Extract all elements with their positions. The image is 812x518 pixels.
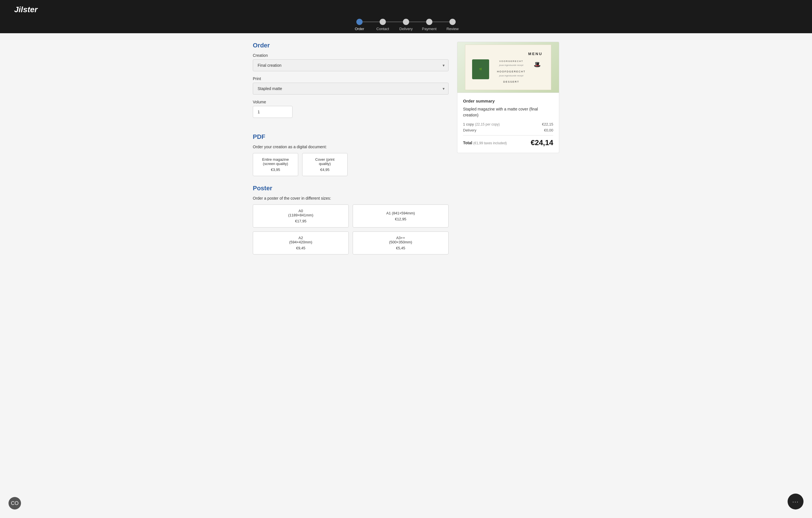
nav-label-delivery[interactable]: Delivery bbox=[395, 27, 417, 31]
poster-a3-button[interactable]: A3++(500×350mm) €5,45 bbox=[353, 231, 448, 254]
pdf-entire-price: €3,95 bbox=[258, 168, 293, 172]
pdf-buttons: Entire magazine(screen quality) €3,95 Co… bbox=[253, 153, 448, 176]
total-tax: (€1,99 taxes included) bbox=[473, 141, 507, 145]
nav-labels: Order Contact Delivery Payment Review bbox=[348, 27, 464, 31]
delivery-label: Delivery bbox=[463, 128, 476, 132]
nav-label-order[interactable]: Order bbox=[348, 27, 371, 31]
nav-label-review[interactable]: Review bbox=[441, 27, 464, 31]
print-select[interactable]: Stapled matte bbox=[253, 83, 448, 94]
recept1: jouw ingestuurde recept bbox=[493, 63, 530, 67]
step-order[interactable] bbox=[356, 19, 362, 25]
right-column: MENU 🌿 VOORGERECHT jouw ingestuurde rece… bbox=[457, 42, 559, 254]
poster-section: Poster Order a poster of the cover in di… bbox=[253, 185, 448, 254]
volume-label: Volume bbox=[253, 100, 448, 104]
header: Jilster Order Contact Delivery Payment R… bbox=[0, 0, 812, 33]
creation-select[interactable]: Final creation bbox=[253, 59, 448, 71]
pdf-entire-label: Entire magazine(screen quality) bbox=[262, 157, 289, 166]
poster-grid: A0(1189×841mm) €17,95 A1 (841×594mm) €12… bbox=[253, 205, 448, 254]
poster-a2-price: €9,45 bbox=[258, 246, 343, 250]
menu-card: MENU 🌿 VOORGERECHT jouw ingestuurde rece… bbox=[465, 45, 551, 90]
poster-a0-price: €17,95 bbox=[258, 219, 343, 223]
poster-a1-price: €12,95 bbox=[358, 217, 443, 221]
copy-count: 1 copy bbox=[463, 122, 474, 126]
pdf-entire-magazine-button[interactable]: Entire magazine(screen quality) €3,95 bbox=[253, 153, 298, 176]
copy-detail: (22,15 per copy) bbox=[475, 122, 500, 126]
summary-delivery-row: Delivery €0,00 bbox=[463, 128, 553, 132]
poster-a2-button[interactable]: A2(594×420mm) €9,45 bbox=[253, 231, 349, 254]
left-column: Order Creation Final creation ▾ Print St… bbox=[253, 42, 448, 254]
summary-copy-row: 1 copy (22,15 per copy) €22,15 bbox=[463, 122, 553, 126]
creation-select-wrapper: Final creation ▾ bbox=[253, 59, 448, 71]
poster-a3-price: €5,45 bbox=[358, 246, 443, 250]
step-review[interactable] bbox=[450, 19, 456, 25]
hoofdgerecht-heading: HOOFDGERECHT bbox=[493, 69, 530, 74]
pdf-section-title: PDF bbox=[253, 133, 448, 141]
main-container: Order Creation Final creation ▾ Print St… bbox=[236, 33, 576, 263]
poster-description: Order a poster of the cover in different… bbox=[253, 196, 448, 200]
summary-product: Stapled magazine with a matte cover (fin… bbox=[463, 106, 553, 118]
poster-a1-label: A1 (841×594mm) bbox=[386, 211, 415, 215]
voorgerecht-heading: VOORGERECHT bbox=[493, 59, 530, 63]
step-delivery[interactable] bbox=[403, 19, 409, 25]
pdf-cover-price: €4,95 bbox=[308, 168, 342, 172]
step-payment[interactable] bbox=[426, 19, 432, 25]
print-label: Print bbox=[253, 76, 448, 81]
poster-a1-button[interactable]: A1 (841×594mm) €12,95 bbox=[353, 205, 448, 227]
step-contact[interactable] bbox=[380, 19, 386, 25]
pdf-cover-label: Cover (printquality) bbox=[315, 157, 335, 166]
volume-input[interactable] bbox=[253, 106, 292, 118]
order-summary: Order summary Stapled magazine with a ma… bbox=[457, 93, 559, 153]
poster-a3-label: A3++(500×350mm) bbox=[389, 236, 412, 244]
pdf-cover-button[interactable]: Cover (printquality) €4,95 bbox=[302, 153, 348, 176]
dessert-heading: DESSERT bbox=[493, 80, 530, 84]
poster-a0-label: A0(1189×841mm) bbox=[288, 209, 314, 217]
poster-a0-button[interactable]: A0(1189×841mm) €17,95 bbox=[253, 205, 349, 227]
delivery-price: €0,00 bbox=[544, 128, 553, 132]
logo: Jilster bbox=[8, 3, 44, 17]
summary-title: Order summary bbox=[463, 99, 553, 103]
total-label: Total (€1,99 taxes included) bbox=[463, 141, 507, 145]
nav-label-payment[interactable]: Payment bbox=[417, 27, 441, 31]
poster-a2-label: A2(594×420mm) bbox=[289, 236, 312, 244]
preview-image: MENU 🌿 VOORGERECHT jouw ingestuurde rece… bbox=[457, 42, 559, 93]
print-select-wrapper: Stapled matte ▾ bbox=[253, 83, 448, 94]
progress-bar bbox=[356, 19, 456, 25]
copy-label: 1 copy (22,15 per copy) bbox=[463, 122, 500, 126]
recept2: jouw ingestuurde recept bbox=[493, 74, 530, 78]
copy-price: €22,15 bbox=[542, 122, 553, 126]
order-section: Order Creation Final creation ▾ Print St… bbox=[253, 42, 448, 126]
creation-label: Creation bbox=[253, 53, 448, 58]
pdf-section: PDF Order your creation as a digital doc… bbox=[253, 133, 448, 176]
summary-total: Total (€1,99 taxes included) €24,14 bbox=[463, 138, 553, 147]
order-section-title: Order bbox=[253, 42, 448, 49]
nav-label-contact[interactable]: Contact bbox=[371, 27, 395, 31]
pdf-description: Order your creation as a digital documen… bbox=[253, 144, 448, 149]
poster-section-title: Poster bbox=[253, 185, 448, 192]
total-amount: €24,14 bbox=[530, 138, 553, 147]
